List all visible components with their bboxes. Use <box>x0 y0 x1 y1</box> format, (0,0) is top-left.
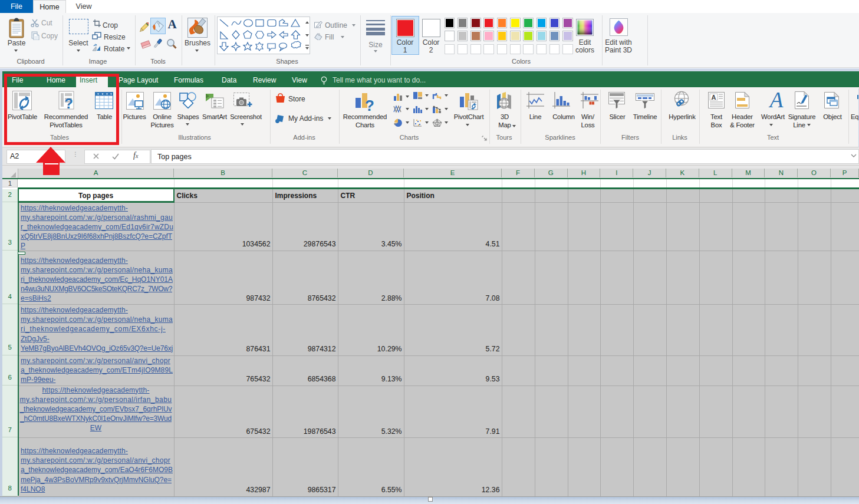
svg-text:?: ? <box>365 97 374 113</box>
svg-text:A: A <box>712 94 716 101</box>
